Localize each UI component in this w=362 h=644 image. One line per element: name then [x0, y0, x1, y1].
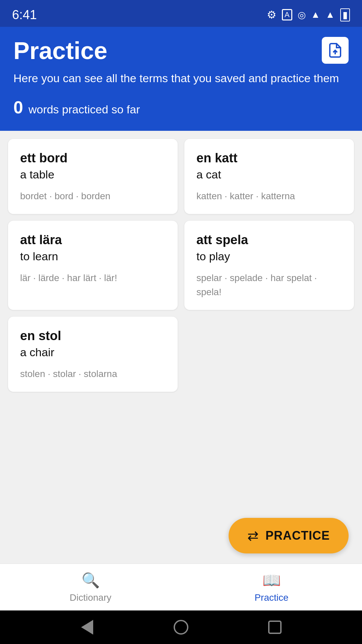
word-translation: to learn — [20, 250, 166, 263]
header: Practice Here you can see all the terms … — [0, 27, 362, 131]
word-term: att lära — [20, 233, 166, 247]
signal-icon: ▲ — [325, 9, 335, 20]
header-subtitle: Here you can see all the terms that you … — [13, 70, 349, 87]
word-forms: lär · lärde · har lärt · lär! — [20, 271, 166, 285]
status-bar: 6:41 ⚙ A ◎ ▲ ▲ ▮ — [0, 0, 362, 27]
status-icons: ⚙ A ◎ ▲ ▲ ▮ — [267, 8, 350, 21]
stats-number: 0 — [13, 97, 23, 117]
battery-icon: ▮ — [340, 8, 350, 21]
back-button[interactable] — [79, 619, 96, 636]
export-button[interactable] — [322, 37, 349, 64]
book-icon: 📖 — [262, 572, 281, 589]
main-content: ett bord a table bordet · bord · borden … — [0, 131, 362, 504]
stats-text: words practiced so far — [28, 103, 140, 116]
nav-label-dictionary: Dictionary — [70, 592, 111, 603]
practice-fab-icon: ⇄ — [247, 528, 259, 543]
practice-fab-button[interactable]: ⇄ PRACTICE — [229, 518, 349, 553]
word-forms: stolen · stolar · stolarna — [20, 367, 166, 381]
word-forms: bordet · bord · borden — [20, 189, 166, 203]
word-translation: a chair — [20, 346, 166, 359]
export-icon — [327, 42, 343, 58]
word-term: en stol — [20, 329, 166, 343]
home-button[interactable] — [173, 619, 189, 636]
practice-fab-label: PRACTICE — [265, 529, 330, 543]
word-translation: to play — [196, 250, 342, 263]
word-forms: katten · katter · katterna — [196, 189, 342, 203]
word-term: en katt — [196, 151, 342, 165]
word-forms: spelar · spelade · har spelat · spela! — [196, 271, 342, 299]
word-term: att spela — [196, 233, 342, 247]
bottom-nav: 🔍 Dictionary 📖 Practice — [0, 564, 362, 610]
wifi-icon: ▲ — [311, 9, 320, 20]
nav-item-practice[interactable]: 📖 Practice — [181, 564, 362, 610]
document-icon: A — [282, 9, 292, 20]
nav-label-practice: Practice — [254, 592, 288, 603]
word-translation: a cat — [196, 168, 342, 181]
word-card[interactable]: en katt a cat katten · katter · katterna — [184, 139, 354, 214]
header-stats: 0 words practiced so far — [13, 97, 349, 117]
nav-item-dictionary[interactable]: 🔍 Dictionary — [0, 564, 181, 610]
word-term: ett bord — [20, 151, 166, 165]
word-card[interactable]: en stol a chair stolen · stolar · stolar… — [8, 317, 178, 392]
search-icon: 🔍 — [81, 572, 100, 589]
recent-apps-button[interactable] — [266, 619, 283, 636]
fab-container: ⇄ PRACTICE — [0, 504, 362, 564]
word-card[interactable]: att lära to learn lär · lärde · har lärt… — [8, 221, 178, 310]
page-title: Practice — [13, 37, 349, 64]
android-nav-bar — [0, 610, 362, 644]
cards-grid: ett bord a table bordet · bord · borden … — [8, 139, 354, 392]
word-card[interactable]: att spela to play spelar · spelade · har… — [184, 221, 354, 310]
word-translation: a table — [20, 168, 166, 181]
word-card[interactable]: ett bord a table bordet · bord · borden — [8, 139, 178, 214]
gear-icon: ⚙ — [267, 8, 277, 21]
circle-icon: ◎ — [298, 9, 306, 20]
status-time: 6:41 — [12, 8, 37, 22]
